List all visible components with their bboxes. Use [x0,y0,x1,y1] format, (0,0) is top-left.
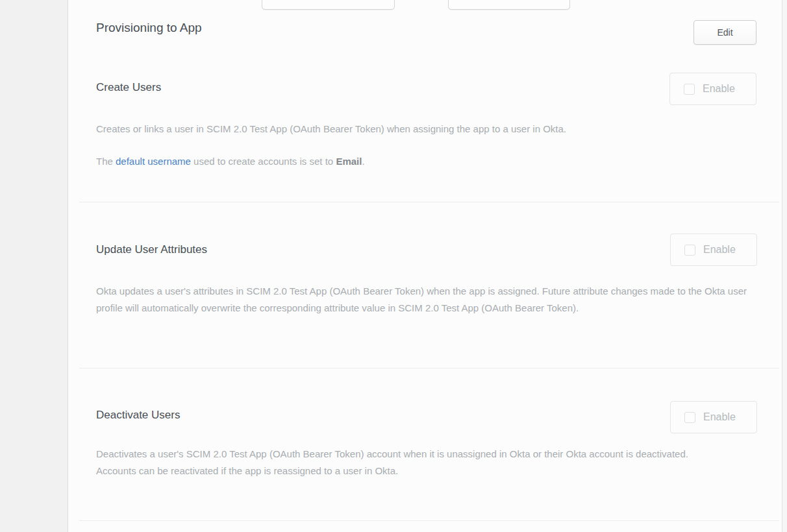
section-divider [79,368,779,369]
enable-label: Enable [703,411,736,423]
truncated-input-field-1[interactable] [262,0,395,10]
note-prefix: The [96,156,116,167]
deactivate-users-description: Deactivates a user's SCIM 2.0 Test App (… [96,446,721,479]
section-divider [79,520,779,521]
enable-label: Enable [703,244,736,256]
section-divider [79,202,779,202]
enable-create-users-button[interactable]: Enable [669,73,756,105]
enable-update-user-attributes-checkbox[interactable] [684,245,695,256]
section-title-create-users: Create Users [96,81,161,94]
edit-button-label: Edit [717,27,732,38]
enable-deactivate-users-checkbox[interactable] [684,412,695,423]
note-middle: used to create accounts is set to [191,156,336,167]
create-users-description: Creates or links a user in SCIM 2.0 Test… [96,121,771,138]
enable-deactivate-users-button[interactable]: Enable [670,401,757,433]
note-suffix: . [362,156,364,167]
note-bold-value: Email [336,156,362,167]
enable-update-user-attributes-button[interactable]: Enable [670,234,757,266]
update-user-attributes-description: Okta updates a user's attributes in SCIM… [96,283,755,317]
enable-create-users-checkbox[interactable] [684,84,695,95]
truncated-input-field-2[interactable] [448,0,570,10]
page-title: Provisioning to App [96,21,202,35]
enable-label: Enable [703,83,735,95]
left-sidebar-gutter [0,0,68,532]
create-users-username-note: The default username used to create acco… [96,153,771,170]
section-title-update-user-attributes: Update User Attributes [96,243,207,256]
edit-button[interactable]: Edit [693,20,756,45]
provisioning-tab-panel: Provisioning to App Edit Create Users En… [0,0,787,532]
right-gutter [782,0,787,532]
section-title-deactivate-users: Deactivate Users [96,409,180,422]
default-username-link[interactable]: default username [116,156,191,167]
